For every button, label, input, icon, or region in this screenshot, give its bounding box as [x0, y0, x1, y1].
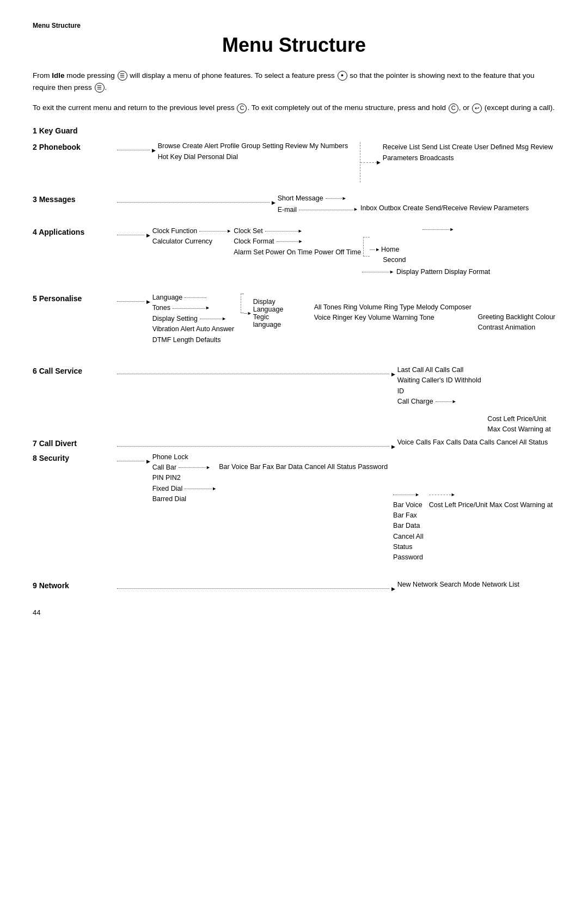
cs-lastcall: Last Call [397, 366, 424, 374]
phonebook-item-send: Send List [421, 143, 450, 151]
charge-costleft: Cost Left [487, 415, 514, 423]
phonebook-item-receive: Receive List [383, 143, 420, 151]
app-item-calc: Calculator [152, 237, 183, 245]
display-backlight: Backlight Colour [506, 313, 555, 321]
email-item-params: Parameters [494, 204, 529, 212]
clock-item-format: Clock Format [234, 236, 274, 247]
app-connector: ▶ [117, 229, 150, 239]
fd-barvoice: Bar Voice [393, 500, 424, 510]
clock-item-poweron: Power On Time [266, 248, 313, 256]
callservice-level1: Last Call All Calls Call Waiting Caller'… [397, 365, 486, 407]
sec-pin: PIN [152, 474, 164, 482]
tones-voicering: Voice Ringer [314, 314, 353, 321]
pers-item-language: Language [152, 292, 183, 303]
app-item-currency: Currency [185, 237, 212, 245]
phonebook-item-alert: Alert Profile [204, 142, 240, 150]
section-1-label: 1 Key Guard [33, 126, 77, 135]
messages-connector: ▶ [117, 196, 275, 206]
cd-cancelall: Cancel All [497, 438, 527, 446]
cd-fax: Fax Calls [433, 438, 461, 446]
pers-display-sub: Greeting Backlight Colour Contrast Anima… [478, 312, 555, 333]
messages-level2: Inbox Outbox Create Send/Receive Review … [360, 203, 529, 214]
email-item-sendreceive: Send/Receive [425, 204, 468, 212]
phonebook-connector: ▶ [117, 144, 156, 154]
fd-status: Status [393, 542, 424, 552]
cb-bardata: Bar Data [275, 463, 302, 471]
section-call-service: 6 Call Service ▶ Last Call All Calls Cal… [33, 365, 555, 435]
email-item-inbox: Inbox [360, 204, 377, 212]
app-level1: Clock Function ► Calculator Currency [152, 226, 232, 247]
pers-item-dtmf: DTMF Length [152, 336, 194, 344]
fd-bardata: Bar Data [393, 521, 424, 531]
display-format: Display Format [444, 268, 490, 276]
section-2-label: 2 Phonebook [33, 141, 117, 153]
charge-costleft2: Cost Left [429, 501, 456, 509]
tones-melody: Melody Composer [416, 303, 471, 311]
phonebook-item-usermsg: User Defined Msg [474, 143, 529, 151]
security-level1: Phone Lock Call Bar ► PIN PIN2 Fixed Dia… [152, 452, 217, 505]
section-3-label: 3 Messages [33, 193, 117, 205]
section-6-label: 6 Call Service [33, 365, 117, 377]
page-header: Menu Structure [33, 22, 555, 29]
sec-callbar: Call Bar [152, 462, 176, 473]
clock-item-alarm: Alarm Set [234, 248, 264, 256]
fd-barfax: Bar Fax [393, 510, 424, 521]
clock-item-poweroff: Power Off Time [314, 248, 361, 256]
cb-cancelall: Cancel All [304, 463, 335, 471]
email-item-outbox: Outbox [379, 204, 401, 212]
phonebook-dashed-connector: ▶ [354, 141, 381, 182]
security-fixeddial-sub: ► Bar Voice Bar Fax Bar Data Cancel All … [393, 491, 424, 563]
cb-status: Status [336, 463, 356, 471]
msg-short-placeholder [349, 194, 351, 203]
phonebook-item-personal: Personal Dial [198, 153, 238, 161]
section-4-label: 4 Applications [33, 226, 117, 238]
pers-item-autoanswer: Auto Answer [196, 325, 234, 333]
tones-keyvol: Key Volume [354, 314, 391, 321]
phonebook-level2: Receive List Send List Create User Defin… [383, 142, 555, 163]
pers-tones-sub: All Tones Ring Volume Ring Type Melody C… [314, 302, 473, 324]
phonebook-item-create: Create [182, 142, 203, 150]
security-callcharge-sub: ► Cost Left Price/Unit Max Cost Warning … [429, 491, 553, 510]
cd-data: Data Calls [463, 438, 495, 446]
phonebook-item-review: Review [285, 142, 308, 150]
sec-pin2: PIN2 [166, 474, 181, 482]
cs-callcharge: Call Charge [397, 397, 433, 407]
cs-allcalls: All Calls [425, 366, 450, 374]
callcharge-sub: Cost Left Price/Unit Max Cost Warning at [487, 414, 555, 435]
section-key-guard: 1 Key Guard [33, 125, 555, 137]
display-contrast: Contrast [478, 324, 504, 331]
calldivert-level1: Voice Calls Fax Calls Data Calls Cancel … [397, 437, 548, 448]
section-messages: 3 Messages ▶ Short Message ► E-mail ► In… [33, 193, 555, 215]
sec-fixeddial: Fixed Dial [152, 484, 183, 494]
section-personalise: 5 Personalise ▶ Language Tones ► [33, 292, 555, 345]
main-title: Menu Structure [33, 34, 555, 57]
intro-paragraph-1: From Idle mode pressing ☰ will display a… [33, 70, 555, 93]
pers-level1: Language Tones ► Display Setting ► Vibra… [152, 292, 238, 345]
fd-cancelall: Cancel All [393, 532, 424, 542]
cs-callerid: Caller's ID [421, 376, 452, 384]
pers-item-vibration: Vibration Alert [152, 325, 195, 333]
charge-maxcost: Max Cost [487, 425, 516, 433]
section-phonebook: 2 Phonebook ▶ Browse Create Alert Profil… [33, 141, 555, 182]
tones-ringvol: Ring Volume [344, 303, 382, 311]
lang-tegic: Tegic language [253, 313, 281, 328]
section-call-divert: 7 Call Divert ▶ Voice Calls Fax Calls Da… [33, 437, 555, 450]
fd-password: Password [393, 552, 424, 563]
phonebook-item-broadcasts: Broadcasts [420, 154, 454, 162]
charge-maxcost2: Max Cost [489, 501, 518, 509]
section-security: 8 Security ▶ Phone Lock Call Bar ► PIN P… [33, 452, 555, 563]
intro-paragraph-2: To exit the current menu and return to t… [33, 102, 555, 114]
pers-item-defaults: Defaults [196, 336, 221, 344]
phonebook-item-hotkey: Hot Key Dial [158, 153, 195, 161]
charge-priceunit: Price/Unit [517, 415, 546, 423]
clock-item-set: Clock Set [234, 226, 263, 236]
charge-priceunit2: Price/Unit [458, 501, 487, 509]
app-clock-level3: ► Home Second [363, 226, 406, 266]
phonebook-item-mynumbers: My Numbers [309, 142, 348, 150]
lang-display: Display Language [253, 298, 284, 313]
pers-item-tones: Tones [152, 303, 170, 313]
email-item-review: Review [469, 204, 492, 212]
net-searchmode: Search Mode [439, 581, 480, 588]
phonebook-item-params: Parameters [383, 154, 418, 162]
app-clock-level2: Clock Set ► Clock Format ► Alarm Set Pow… [234, 226, 361, 258]
